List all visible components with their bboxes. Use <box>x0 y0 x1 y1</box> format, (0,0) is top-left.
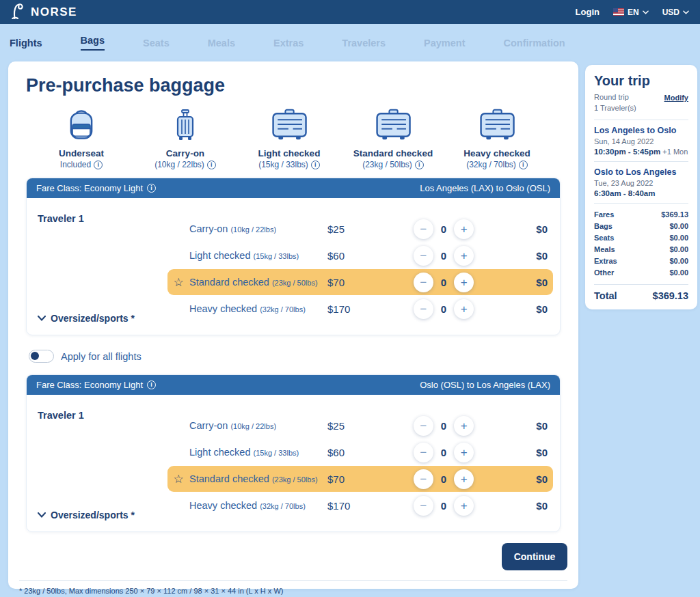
plus-button[interactable]: + <box>454 219 474 239</box>
quantity-stepper: − 0 + <box>393 469 494 489</box>
row-total: $0 <box>494 250 548 262</box>
currency-selector[interactable]: USD <box>662 8 689 17</box>
bag-row-standard-checked: ☆ Standard checked (23kg / 50lbs) $70 − … <box>167 466 553 492</box>
minus-button[interactable]: − <box>414 469 433 489</box>
brand[interactable]: NORSE <box>11 2 77 23</box>
language-selector[interactable]: EN <box>613 8 649 17</box>
segment-outbound: Los Angeles to Oslo Sun, 14 Aug 2022 10:… <box>594 126 688 156</box>
info-icon[interactable]: i <box>519 161 528 169</box>
quantity-value: 0 <box>441 250 446 262</box>
minus-button[interactable]: − <box>414 443 433 462</box>
minus-button[interactable]: − <box>414 299 433 319</box>
divider <box>594 284 688 285</box>
baggage-card: Pre-purchase baggage Underseat Included … <box>8 61 578 589</box>
quantity-value: 0 <box>441 303 446 315</box>
minus-button[interactable]: − <box>414 246 433 266</box>
plus-button[interactable]: + <box>454 246 474 266</box>
apply-all-row: Apply for all flights <box>29 350 569 363</box>
bag-type-standard-checked: Standard checked (23kg / 50lbs) i <box>342 106 444 169</box>
divider <box>19 580 567 581</box>
info-icon[interactable]: i <box>94 161 103 169</box>
apply-all-toggle[interactable] <box>29 350 54 363</box>
bag-row-carry-on: Carry-on (10kg / 22lbs) $25 − 0 + $0 <box>167 413 553 439</box>
continue-button[interactable]: Continue <box>502 543 567 570</box>
tab-meals: Meals <box>208 38 235 48</box>
oversized-sports-expander[interactable]: Oversized/sports * <box>38 510 167 520</box>
total-line: Total $369.13 <box>594 290 688 301</box>
quantity-stepper: − 0 + <box>393 219 494 239</box>
trip-summary-title: Your trip <box>594 73 688 89</box>
bag-type-name: Standard checked <box>342 148 444 158</box>
price-line-other: Other$0.00 <box>594 267 688 279</box>
price-line-meals: Meals$0.00 <box>594 244 688 255</box>
bag-type-light-checked: Light checked (15kg / 33lbs) i <box>238 106 340 169</box>
chevron-down-icon <box>683 10 689 14</box>
currency-value: USD <box>662 8 679 17</box>
quantity-value: 0 <box>441 420 446 432</box>
fare-section-return: Fare Class: Economy Light i Oslo (OSL) t… <box>26 374 561 532</box>
plus-button[interactable]: + <box>454 496 474 516</box>
info-icon[interactable]: i <box>415 161 424 169</box>
bag-row-standard-checked: ☆ Standard checked (23kg / 50lbs) $70 − … <box>167 269 553 295</box>
bag-type-name: Carry-on <box>134 148 237 158</box>
bag-row-heavy-checked: Heavy checked (32kg / 70lbs) $170 − 0 + … <box>167 296 553 322</box>
chevron-down-icon <box>38 512 46 518</box>
chevron-down-icon <box>38 316 46 321</box>
bag-type-detail: (23kg / 50lbs) i <box>342 160 444 169</box>
quantity-value: 0 <box>441 447 446 458</box>
quantity-value: 0 <box>441 277 446 288</box>
carry-on-bag-icon <box>169 106 202 144</box>
plus-button[interactable]: + <box>454 299 474 319</box>
bag-row-light-checked: Light checked (15kg / 33lbs) $60 − 0 + $… <box>167 242 553 268</box>
us-flag-icon <box>613 8 624 16</box>
bag-type-underseat: Underseat Included i <box>30 106 133 169</box>
segment-return: Oslo to Los Angeles Tue, 23 Aug 2022 6:3… <box>594 167 688 197</box>
info-icon[interactable]: i <box>147 380 156 389</box>
plus-button[interactable]: + <box>454 416 474 436</box>
plus-button[interactable]: + <box>454 273 474 292</box>
bag-type-name: Heavy checked <box>446 148 548 158</box>
unit-price: $25 <box>327 223 393 235</box>
unit-price: $60 <box>327 447 393 458</box>
row-total: $0 <box>494 303 548 315</box>
login-button[interactable]: Login <box>576 7 600 17</box>
suitcase-icon <box>269 106 309 144</box>
minus-button[interactable]: − <box>414 416 433 436</box>
quantity-stepper: − 0 + <box>393 496 494 516</box>
page: NORSE Login EN USD Flights Bags Seats Me… <box>0 0 700 597</box>
unit-price: $25 <box>327 420 393 432</box>
minus-button[interactable]: − <box>414 219 433 239</box>
fare-class-bar: Fare Class: Economy Light i Oslo (OSL) t… <box>27 375 560 395</box>
price-line-fares: Fares$369.13 <box>594 209 688 221</box>
unit-price: $60 <box>327 250 393 262</box>
star-icon: ☆ <box>167 472 189 486</box>
row-total: $0 <box>494 473 548 485</box>
backpack-icon <box>64 106 99 144</box>
info-icon[interactable]: i <box>147 184 156 193</box>
info-icon[interactable]: i <box>207 161 216 169</box>
minus-button[interactable]: − <box>414 273 433 292</box>
modify-link[interactable]: Modify <box>664 94 688 102</box>
bag-type-detail: (10kg / 22lbs) i <box>134 160 237 169</box>
price-line-bags: Bags$0.00 <box>594 221 688 232</box>
tab-bags[interactable]: Bags <box>81 35 105 51</box>
unit-price: $170 <box>327 500 393 512</box>
minus-button[interactable]: − <box>414 496 433 516</box>
chevron-down-icon <box>643 10 649 14</box>
top-bar: NORSE Login EN USD <box>0 0 700 24</box>
plus-button[interactable]: + <box>454 469 474 489</box>
plus-button[interactable]: + <box>454 443 474 462</box>
trip-type: Round trip <box>594 92 629 103</box>
traveler-label: Traveler 1 <box>38 410 167 421</box>
oversized-sports-expander[interactable]: Oversized/sports * <box>38 313 167 324</box>
info-icon[interactable]: i <box>311 161 320 169</box>
tab-flights[interactable]: Flights <box>10 38 42 48</box>
price-line-extras: Extras$0.00 <box>594 255 688 267</box>
row-total: $0 <box>494 447 548 458</box>
row-total: $0 <box>494 223 548 235</box>
unit-price: $170 <box>327 303 393 315</box>
dimensions-footnote: * 23kg / 50lbs, Max dimensions 250 × 79 … <box>19 587 567 595</box>
tab-seats: Seats <box>143 38 170 48</box>
bag-type-detail: (15kg / 33lbs) i <box>238 160 340 169</box>
suitcase-icon <box>373 106 413 144</box>
